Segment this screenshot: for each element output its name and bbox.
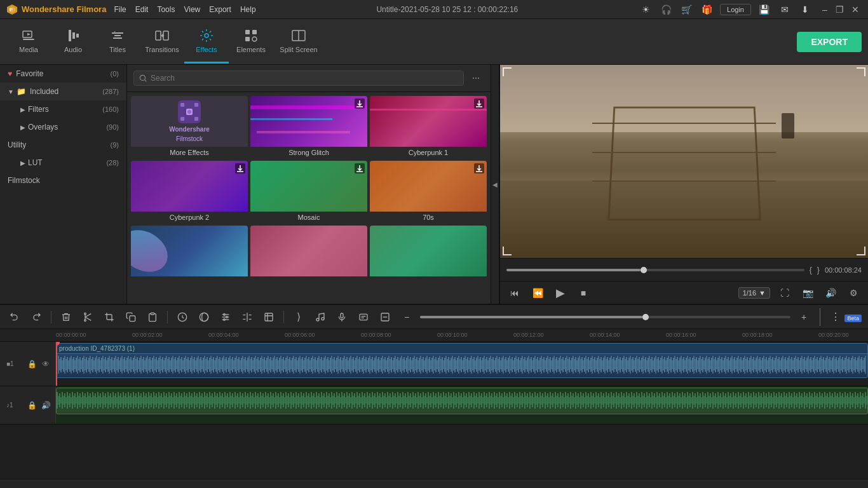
filmora-logo-icon: F xyxy=(6,4,18,15)
cut-button[interactable] xyxy=(79,309,96,325)
filmstock-sub-label: Filmstock xyxy=(176,135,203,142)
track-visibility-button[interactable]: 👁 xyxy=(40,358,51,370)
grid-options-button[interactable]: ⋯ xyxy=(468,70,484,86)
shop-icon[interactable]: 🛒 xyxy=(679,3,693,17)
zoom-slider[interactable] xyxy=(420,316,790,318)
undo-button[interactable] xyxy=(6,309,23,325)
zoom-in-button[interactable]: + xyxy=(796,309,812,325)
gift-icon[interactable]: 🎁 xyxy=(700,3,714,17)
menu-tools[interactable]: Tools xyxy=(157,5,175,14)
text-track-button[interactable] xyxy=(355,309,372,325)
transition-button[interactable]: ⟩ xyxy=(290,309,307,325)
page-selector[interactable]: 1/16 ▼ xyxy=(738,287,770,299)
download-icon[interactable]: ⬇ xyxy=(798,3,812,17)
color-button[interactable] xyxy=(196,309,212,325)
close-button[interactable]: ✕ xyxy=(849,3,862,16)
effect-card-r5[interactable] xyxy=(370,226,487,280)
toolbar-transitions[interactable]: Transitions xyxy=(140,20,184,64)
headphone-icon[interactable]: 🎧 xyxy=(659,3,673,17)
audio-track-button[interactable] xyxy=(312,309,329,325)
delete-button[interactable] xyxy=(58,309,74,325)
effect-card-mosaic[interactable]: Mosaic xyxy=(250,161,367,223)
toolbar-effects[interactable]: Effects xyxy=(184,20,229,64)
filters-arrow-icon: ▶ xyxy=(20,106,25,113)
message-icon[interactable]: ✉ xyxy=(778,3,792,17)
media-icon xyxy=(21,28,36,43)
panel-overlays[interactable]: ▶ Overlays (90) xyxy=(0,118,126,136)
paste-button[interactable] xyxy=(144,309,161,325)
sun-icon[interactable]: ☀ xyxy=(639,3,653,17)
toolbar-splitscreen[interactable]: Split Screen xyxy=(273,20,324,64)
filters-count: (160) xyxy=(102,105,119,113)
preview-progress-bar[interactable] xyxy=(506,269,804,271)
beta-feature-button[interactable]: ⋮ Beta xyxy=(831,311,862,323)
prev-frame-button[interactable]: ⏮ xyxy=(506,285,523,301)
trim-button[interactable] xyxy=(261,309,277,325)
ruler-mark-6: 00:00:12:00 xyxy=(513,332,544,338)
menu-view[interactable]: View xyxy=(184,5,200,14)
audio-clip[interactable] xyxy=(56,388,868,414)
crop-button[interactable] xyxy=(101,309,118,325)
panel-filmstock[interactable]: Filmstock xyxy=(0,172,126,189)
panel-collapse-button[interactable]: ◀ xyxy=(491,65,499,304)
zoom-out-button[interactable]: − xyxy=(398,309,415,325)
toolbar-audio[interactable]: Audio xyxy=(51,20,95,64)
speed-button[interactable] xyxy=(174,309,191,325)
timeline-scrollbar[interactable] xyxy=(0,480,868,488)
filmstock-logo: Wondershare Filmstock xyxy=(131,96,248,147)
audio-mix-button[interactable] xyxy=(217,309,234,325)
splitscreen-icon xyxy=(291,28,306,43)
video-track-row: ■1 🔒 👁 production ID_4782373 (1) xyxy=(0,342,868,386)
effect-card-strong-glitch[interactable]: Strong Glitch xyxy=(250,96,367,158)
panel-included[interactable]: ▼ 📁 Included (287) xyxy=(0,83,126,100)
toolbar-elements[interactable]: Elements xyxy=(229,20,273,64)
toolbar-sep-1 xyxy=(51,311,51,323)
audio-track-row: ♪1 🔒 🔊 xyxy=(0,386,868,424)
volume-button[interactable]: 🔊 xyxy=(822,285,839,301)
video-clip-label: production ID_4782373 (1) xyxy=(57,344,867,354)
effect-card-cyberpunk2[interactable]: Cyberpunk 2 xyxy=(131,161,248,223)
svg-rect-7 xyxy=(114,35,121,36)
svg-rect-24 xyxy=(180,117,184,121)
panel-favorite[interactable]: ♥ Favorite (0) xyxy=(0,65,126,83)
effect-card-r3[interactable] xyxy=(131,226,248,280)
effect-card-70s[interactable]: 70s xyxy=(370,161,487,223)
effect-card-r4[interactable] xyxy=(250,226,367,280)
restore-button[interactable]: ❐ xyxy=(834,3,846,16)
fullscreen-button[interactable]: ⛶ xyxy=(776,285,793,301)
menu-export[interactable]: Export xyxy=(209,5,231,14)
play-button[interactable]: ▶ xyxy=(552,285,569,301)
stop-button[interactable]: ■ xyxy=(575,285,592,301)
save-icon[interactable]: 💾 xyxy=(757,3,771,17)
copy-button[interactable] xyxy=(123,309,139,325)
subtitle-button[interactable] xyxy=(377,309,393,325)
ruler-mark-4: 00:00:08:00 xyxy=(361,332,391,338)
panel-utility[interactable]: Utility (9) xyxy=(0,136,126,154)
menu-file[interactable]: File xyxy=(114,5,126,14)
toolbar-titles[interactable]: T Titles xyxy=(95,20,140,64)
export-button[interactable]: EXPORT xyxy=(797,32,862,52)
effect-card-cyberpunk1[interactable]: Cyberpunk 1 xyxy=(370,96,487,158)
split-button[interactable] xyxy=(239,309,255,325)
login-button[interactable]: Login xyxy=(720,4,751,15)
rewind-button[interactable]: ⏪ xyxy=(529,285,546,301)
minimize-button[interactable]: – xyxy=(818,3,831,16)
toolbar-effects-label: Effects xyxy=(196,46,217,53)
mic-button[interactable] xyxy=(334,309,350,325)
search-input[interactable] xyxy=(133,71,464,86)
redo-button[interactable] xyxy=(28,309,44,325)
panel-filters[interactable]: ▶ Filters (160) xyxy=(0,100,126,118)
video-clip[interactable]: production ID_4782373 (1) xyxy=(56,343,868,378)
settings-preview-button[interactable]: ⚙ xyxy=(845,285,862,301)
panel-lut[interactable]: ▶ LUT (28) xyxy=(0,154,126,172)
effect-card-more-effects[interactable]: Wondershare Filmstock More Effects xyxy=(131,96,248,158)
screenshot-button[interactable]: 📷 xyxy=(799,285,816,301)
toolbar-media[interactable]: Media xyxy=(6,20,51,64)
audio-mute-button[interactable]: 🔊 xyxy=(40,400,51,411)
audio-lock-button[interactable]: 🔒 xyxy=(26,400,37,411)
ruler-mark-7: 00:00:14:00 xyxy=(590,332,620,338)
menu-edit[interactable]: Edit xyxy=(135,5,149,14)
mosaic-label: Mosaic xyxy=(250,212,367,223)
menu-help[interactable]: Help xyxy=(240,5,256,14)
track-lock-button[interactable]: 🔒 xyxy=(26,358,37,370)
